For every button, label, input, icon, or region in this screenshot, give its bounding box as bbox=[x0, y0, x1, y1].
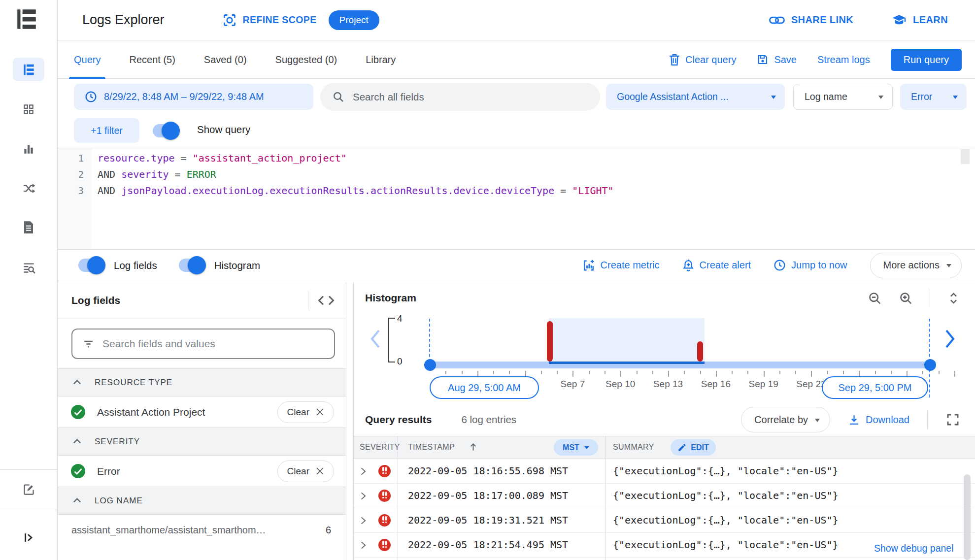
range-start-pill[interactable]: Aug 29, 5:00 AM bbox=[430, 376, 539, 399]
error-severity-icon bbox=[378, 465, 391, 477]
stream-logs-button[interactable]: Stream logs bbox=[817, 54, 870, 66]
log-fields-search-input[interactable] bbox=[102, 338, 324, 350]
resource-type-dropdown[interactable]: Google Assistant Action ... bbox=[606, 84, 785, 110]
expand-row-icon[interactable] bbox=[358, 466, 368, 476]
expand-row-icon[interactable] bbox=[358, 516, 368, 526]
timestamp-column-header[interactable]: TIMESTAMP bbox=[408, 443, 455, 452]
tab-recent-5[interactable]: Recent (5) bbox=[129, 41, 175, 79]
feedback-icon[interactable] bbox=[13, 478, 44, 500]
edit-summary-chip[interactable]: EDIT bbox=[671, 439, 716, 456]
search-all-fields-input[interactable] bbox=[353, 91, 588, 103]
histogram-title: Histogram bbox=[365, 292, 416, 304]
query-editor[interactable]: 1resource.type = "assistant_action_proje… bbox=[58, 148, 975, 249]
axis-tick-label: Sep 16 bbox=[701, 379, 731, 390]
log-storage-icon bbox=[23, 221, 34, 234]
fullscreen-icon[interactable] bbox=[945, 412, 960, 427]
field-names-toggle-button[interactable] bbox=[317, 295, 335, 306]
sidebar-item-log-router[interactable] bbox=[13, 176, 44, 200]
show-query-toggle[interactable] bbox=[153, 124, 178, 137]
field-item-assistant-action-project: Assistant Action ProjectClear bbox=[58, 396, 346, 428]
clear-query-button[interactable]: Clear query bbox=[669, 54, 736, 66]
correlate-by-dropdown[interactable]: Correlate by bbox=[741, 407, 830, 432]
section-header-log-name[interactable]: LOG NAME bbox=[58, 487, 346, 515]
log-fields-toggle[interactable] bbox=[78, 259, 104, 272]
open-panel-icon[interactable] bbox=[13, 527, 44, 548]
pencil-icon bbox=[677, 443, 687, 452]
axis-tick bbox=[732, 371, 733, 374]
y-axis-min-label: 0 bbox=[397, 356, 403, 367]
project-scope-badge[interactable]: Project bbox=[329, 10, 379, 30]
save-button[interactable]: Save bbox=[757, 54, 797, 66]
range-end-handle[interactable] bbox=[924, 359, 936, 371]
axis-tick-label: Sep 13 bbox=[653, 379, 683, 390]
add-filter-button[interactable]: +1 filter bbox=[74, 118, 139, 143]
log-name-count: 6 bbox=[326, 525, 331, 536]
expand-histogram-icon[interactable] bbox=[947, 291, 960, 306]
section-header-resource-type[interactable]: RESOURCE TYPE bbox=[58, 368, 346, 396]
timezone-chip[interactable]: MST bbox=[554, 439, 598, 456]
row-summary: {"executionLog":{…}, "locale":"en-US"} bbox=[613, 490, 839, 501]
sort-ascending-icon[interactable] bbox=[468, 442, 478, 452]
y-axis-max-label: 4 bbox=[397, 313, 403, 324]
search-icon bbox=[332, 91, 344, 103]
log-name-item[interactable]: assistant_smarthome/assistant_smarthom…6 bbox=[58, 515, 346, 546]
row-timestamp: 2022-09-05 18:19:31.521 MST bbox=[408, 514, 568, 526]
more-actions-dropdown[interactable]: More actions bbox=[870, 253, 962, 278]
table-row[interactable]: 2022-09-05 18:19:31.521 MST{"executionLo… bbox=[354, 508, 975, 533]
share-link-button[interactable]: SHARE LINK bbox=[769, 14, 853, 26]
results-scrollbar[interactable] bbox=[964, 474, 971, 560]
clear-filter-button[interactable]: Clear bbox=[277, 401, 334, 423]
sidebar-item-log-metrics[interactable] bbox=[13, 98, 44, 121]
axis-tick bbox=[668, 371, 669, 377]
refine-scope-icon bbox=[223, 13, 236, 27]
editor-scrollbar[interactable] bbox=[961, 149, 970, 164]
tab-library[interactable]: Library bbox=[366, 41, 396, 79]
range-start-handle[interactable] bbox=[424, 359, 436, 371]
log-name-dropdown[interactable]: Log name bbox=[793, 84, 893, 110]
sidebar-item-log-storage[interactable] bbox=[13, 215, 44, 239]
download-button[interactable]: Download bbox=[848, 414, 909, 426]
column-divider bbox=[605, 436, 606, 560]
expand-row-icon[interactable] bbox=[358, 491, 368, 501]
sidebar-item-logs-explorer[interactable] bbox=[13, 58, 44, 81]
time-range-filter[interactable]: 8/29/22, 8:48 AM – 9/29/22, 9:48 AM bbox=[74, 84, 313, 110]
create-metric-button[interactable]: Create metric bbox=[582, 259, 660, 272]
chevron-down-icon bbox=[878, 96, 883, 101]
axis-tick bbox=[811, 371, 812, 377]
refine-scope-button[interactable]: REFINE SCOPE bbox=[223, 13, 317, 27]
tab-suggested-0[interactable]: Suggested (0) bbox=[275, 41, 337, 79]
histogram-toggle[interactable] bbox=[179, 259, 204, 272]
sidebar-item-logs-dashboard[interactable] bbox=[13, 137, 44, 161]
check-circle-icon bbox=[71, 464, 85, 478]
zoom-out-icon[interactable] bbox=[868, 291, 882, 305]
tab-saved-0[interactable]: Saved (0) bbox=[204, 41, 247, 79]
scroll-right-icon[interactable] bbox=[943, 329, 957, 349]
row-summary: {"executionLog":{…}, "locale":"en-US"} bbox=[613, 539, 839, 551]
table-row[interactable]: 2022-09-05 18:17:00.089 MST{"executionLo… bbox=[354, 484, 975, 508]
expand-row-icon[interactable] bbox=[358, 540, 368, 550]
table-row[interactable]: 2022-09-05 18:16:55.698 MST{"executionLo… bbox=[354, 459, 975, 484]
learn-button[interactable]: LEARN bbox=[892, 14, 948, 26]
axis-tick bbox=[541, 371, 542, 374]
zoom-in-icon[interactable] bbox=[899, 291, 913, 305]
create-alert-button[interactable]: Create alert bbox=[682, 259, 751, 272]
field-item-label: Error bbox=[97, 465, 120, 477]
resource-type-dropdown-label: Google Assistant Action ... bbox=[617, 91, 729, 102]
run-query-button[interactable]: Run query bbox=[891, 49, 962, 71]
bell-plus-icon bbox=[682, 259, 694, 272]
tab-query[interactable]: Query bbox=[74, 41, 101, 79]
summary-column-header: SUMMARY bbox=[613, 443, 654, 452]
exclamation-mark bbox=[382, 467, 384, 471]
show-debug-panel-link[interactable]: Show debug panel bbox=[874, 543, 954, 554]
severity-dropdown[interactable]: Error bbox=[900, 84, 967, 110]
more-actions-label: More actions bbox=[883, 260, 940, 271]
filter-icon bbox=[82, 338, 95, 350]
scroll-left-icon[interactable] bbox=[369, 329, 382, 349]
section-header-severity[interactable]: SEVERITY bbox=[58, 428, 346, 456]
code-angle-icon bbox=[317, 295, 335, 306]
create-metric-label: Create metric bbox=[601, 260, 660, 271]
range-end-pill[interactable]: Sep 29, 5:00 PM bbox=[822, 376, 928, 399]
sidebar-item-log-analytics[interactable] bbox=[13, 256, 44, 279]
jump-to-now-button[interactable]: Jump to now bbox=[773, 259, 847, 271]
clear-filter-button[interactable]: Clear bbox=[277, 461, 334, 482]
